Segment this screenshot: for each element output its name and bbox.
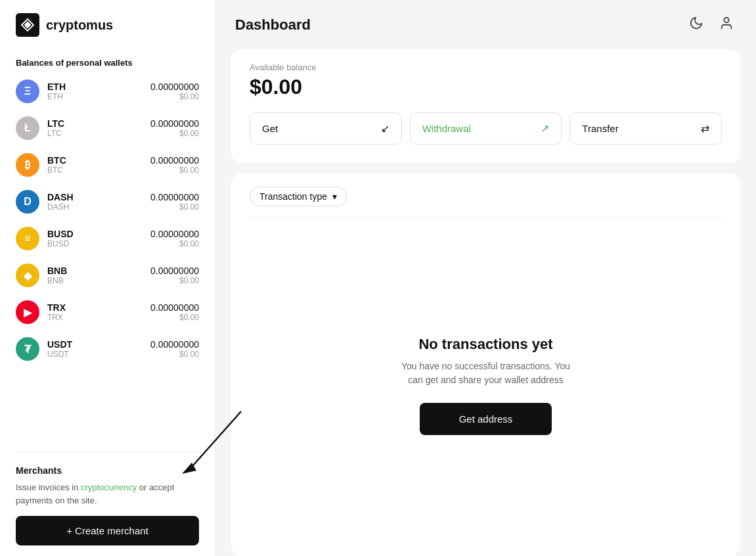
coin-info-bnb: BNB BNB — [47, 266, 150, 285]
coin-usd-trx: $0.00 — [150, 313, 199, 322]
coin-info-trx: TRX TRX — [47, 302, 150, 322]
wallet-item-bnb[interactable]: ◆ BNB BNB 0.00000000 $0.00 — [11, 257, 204, 294]
filter-label: Transaction type — [259, 191, 327, 202]
merchants-link-cryptocurrency[interactable]: cryptocurrency — [81, 482, 137, 492]
coin-usd-ltc: $0.00 — [150, 129, 199, 138]
coin-name-btc: BTC — [47, 155, 150, 166]
action-buttons: Get ↙ Withdrawal ↗ Transfer ⇄ — [250, 112, 722, 145]
action-label-withdrawal: Withdrawal — [422, 123, 471, 134]
coin-info-usdt: USDT USDT — [47, 339, 150, 359]
action-label-transfer: Transfer — [582, 123, 618, 134]
wallet-item-dash[interactable]: D DASH DASH 0.00000000 $0.00 — [11, 183, 204, 220]
coin-balance-usdt: 0.00000000 $0.00 — [150, 339, 199, 359]
merchants-desc-text1: Issue invoices in — [16, 482, 81, 492]
wallet-item-eth[interactable]: Ξ ETH ETH 0.00000000 $0.00 — [11, 73, 204, 110]
no-transactions-desc: You have no successful transactions. You… — [401, 359, 570, 387]
coin-balance-trx: 0.00000000 $0.00 — [150, 302, 199, 322]
svg-point-3 — [724, 18, 728, 22]
logo-icon — [16, 13, 39, 37]
no-tx-desc-line1: You have no successful transactions. You — [401, 361, 570, 371]
top-icons — [686, 13, 736, 36]
coin-balance-busd: 0.00000000 $0.00 — [150, 229, 199, 248]
sidebar-divider — [16, 452, 199, 452]
coin-info-ltc: LTC LTC — [47, 118, 150, 138]
coin-abbr-trx: TRX — [47, 313, 150, 322]
coin-usd-btc: $0.00 — [150, 166, 199, 175]
coin-name-eth: ETH — [47, 81, 150, 92]
moon-icon — [689, 16, 703, 30]
create-merchant-button[interactable]: + Create merchant — [16, 516, 199, 545]
profile-button[interactable] — [717, 13, 736, 36]
coin-name-trx: TRX — [47, 302, 150, 313]
action-btn-get[interactable]: Get ↙ — [250, 112, 402, 145]
coin-name-ltc: LTC — [47, 118, 150, 129]
top-bar: Dashboard — [215, 0, 756, 49]
coin-amount-trx: 0.00000000 — [150, 302, 199, 313]
coin-balance-btc: 0.00000000 $0.00 — [150, 155, 199, 175]
action-icon-get: ↙ — [381, 122, 389, 135]
coin-usd-usdt: $0.00 — [150, 350, 199, 359]
no-tx-desc-line2: can get and share your wallet address — [408, 375, 564, 385]
coin-usd-eth: $0.00 — [150, 92, 199, 101]
wallet-list: Ξ ETH ETH 0.00000000 $0.00 Ł LTC LTC 0.0… — [0, 73, 215, 446]
transaction-type-filter[interactable]: Transaction type ▾ — [250, 187, 347, 206]
coin-balance-dash: 0.00000000 $0.00 — [150, 192, 199, 212]
coin-name-busd: BUSD — [47, 229, 150, 239]
sidebar: cryptomus Balances of personal wallets Ξ… — [0, 0, 215, 556]
coin-abbr-usdt: USDT — [47, 350, 150, 359]
coin-abbr-ltc: LTC — [47, 129, 150, 138]
coin-name-dash: DASH — [47, 192, 150, 202]
coin-icon-trx: ▶ — [16, 300, 39, 324]
coin-balance-eth: 0.00000000 $0.00 — [150, 81, 199, 101]
action-btn-withdrawal[interactable]: Withdrawal ↗ — [410, 112, 562, 145]
coin-amount-eth: 0.00000000 — [150, 81, 199, 92]
wallet-item-ltc[interactable]: Ł LTC LTC 0.00000000 $0.00 — [11, 110, 204, 147]
coin-amount-dash: 0.00000000 — [150, 192, 199, 202]
merchants-section: Merchants Issue invoices in cryptocurren… — [0, 457, 215, 556]
coin-icon-eth: Ξ — [16, 80, 39, 103]
coin-icon-usdt: ₮ — [16, 337, 39, 361]
dark-mode-button[interactable] — [686, 13, 706, 36]
coin-name-bnb: BNB — [47, 266, 150, 276]
filter-row: Transaction type ▾ — [250, 187, 722, 218]
coin-info-eth: ETH ETH — [47, 81, 150, 101]
balance-card: Available balance $0.00 Get ↙ Withdrawal… — [231, 49, 740, 163]
action-btn-transfer[interactable]: Transfer ⇄ — [569, 112, 722, 145]
coin-balance-ltc: 0.00000000 $0.00 — [150, 118, 199, 138]
main-content: Dashboard Available balance $0.00 Get ↙ … — [215, 0, 756, 556]
coin-name-usdt: USDT — [47, 339, 150, 350]
user-icon — [719, 16, 734, 30]
no-transactions-title: No transactions yet — [418, 336, 552, 353]
chevron-down-icon: ▾ — [332, 191, 337, 202]
wallet-item-trx[interactable]: ▶ TRX TRX 0.00000000 $0.00 — [11, 294, 204, 331]
transactions-area: Transaction type ▾ No transactions yet Y… — [231, 174, 740, 556]
balance-amount: $0.00 — [250, 75, 722, 99]
coin-icon-btc: ₿ — [16, 153, 39, 177]
coin-icon-ltc: Ł — [16, 116, 39, 140]
get-address-button[interactable]: Get address — [420, 403, 552, 435]
no-transactions: No transactions yet You have no successf… — [250, 228, 722, 543]
coin-icon-busd: ≡ — [16, 227, 39, 250]
coin-info-btc: BTC BTC — [47, 155, 150, 175]
coin-abbr-eth: ETH — [47, 92, 150, 101]
coin-amount-btc: 0.00000000 — [150, 155, 199, 166]
coin-usd-dash: $0.00 — [150, 202, 199, 212]
coin-info-dash: DASH DASH — [47, 192, 150, 212]
coin-amount-usdt: 0.00000000 — [150, 339, 199, 350]
wallets-section-title: Balances of personal wallets — [0, 50, 215, 73]
coin-abbr-dash: DASH — [47, 202, 150, 212]
action-label-get: Get — [262, 123, 278, 134]
coin-usd-busd: $0.00 — [150, 239, 199, 248]
coin-amount-bnb: 0.00000000 — [150, 266, 199, 276]
coin-icon-bnb: ◆ — [16, 264, 39, 287]
wallet-item-busd[interactable]: ≡ BUSD BUSD 0.00000000 $0.00 — [11, 220, 204, 257]
coin-usd-bnb: $0.00 — [150, 276, 199, 285]
coin-abbr-bnb: BNB — [47, 276, 150, 285]
coin-icon-dash: D — [16, 190, 39, 214]
balance-label: Available balance — [250, 62, 722, 72]
action-icon-transfer: ⇄ — [701, 122, 709, 135]
wallet-item-usdt[interactable]: ₮ USDT USDT 0.00000000 $0.00 — [11, 331, 204, 367]
coin-balance-bnb: 0.00000000 $0.00 — [150, 266, 199, 285]
wallet-item-btc[interactable]: ₿ BTC BTC 0.00000000 $0.00 — [11, 147, 204, 183]
logo-area: cryptomus — [0, 0, 215, 50]
